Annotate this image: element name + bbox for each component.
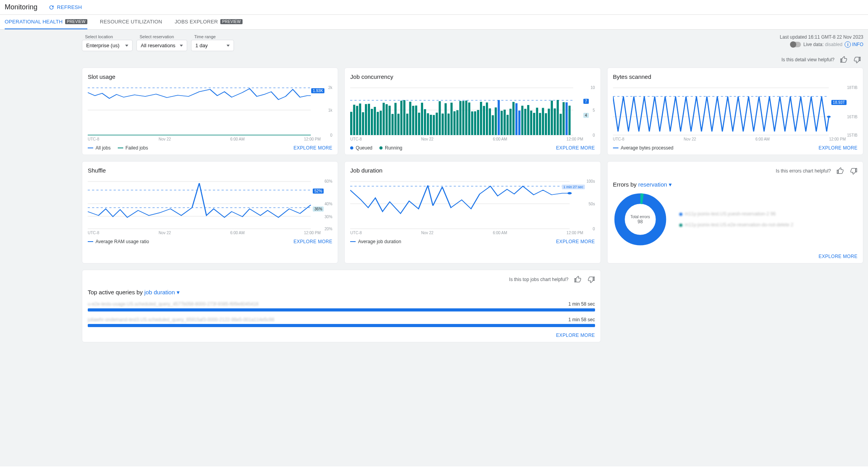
thumbs-down-icon[interactable] xyxy=(850,167,857,175)
live-data-toggle[interactable] xyxy=(791,42,801,47)
svg-rect-37 xyxy=(436,113,438,135)
thumbs-down-icon[interactable] xyxy=(853,56,861,64)
legend-avg-bytes: Average bytes processed xyxy=(613,145,673,151)
svg-rect-41 xyxy=(448,114,450,135)
tab-bar: OPERATIONAL HEALTH PREVIEW RESOURCE UTIL… xyxy=(0,15,868,30)
svg-rect-10 xyxy=(356,106,358,135)
svg-rect-23 xyxy=(395,103,397,135)
svg-point-98 xyxy=(568,192,572,194)
job-concurrency-chart: 10 5 0 7 4 xyxy=(350,85,595,135)
live-data-label: Live data: disabled xyxy=(803,42,842,47)
svg-rect-78 xyxy=(557,100,559,135)
svg-rect-55 xyxy=(489,109,491,135)
thumbs-up-icon[interactable] xyxy=(574,276,582,283)
svg-rect-39 xyxy=(442,114,444,135)
svg-rect-50 xyxy=(474,111,477,135)
explore-more-link[interactable]: EXPLORE MORE xyxy=(818,145,857,151)
content-area: Select location Enterprise (us) Select r… xyxy=(0,30,868,466)
refresh-button[interactable]: REFRESH xyxy=(48,4,82,11)
svg-rect-17 xyxy=(377,112,379,135)
top-queries-dropdown[interactable]: job duration ▾ xyxy=(144,289,180,295)
svg-rect-46 xyxy=(462,101,465,135)
tab-resource-utilization[interactable]: RESOURCE UTILIZATION xyxy=(100,15,162,29)
query-name: u-e2e-tests-usage.US.scheduled_query_457… xyxy=(88,301,259,307)
x-axis: UTC-8Nov 226:00 AM12:00 PM xyxy=(88,137,332,141)
thumbs-down-icon[interactable] xyxy=(587,276,595,283)
x-axis: UTC-8Nov 226:00 AM12:00 PM xyxy=(350,137,595,141)
tab-operational-health[interactable]: OPERATIONAL HEALTH PREVIEW xyxy=(5,15,87,29)
svg-rect-38 xyxy=(439,101,441,135)
value-badge: 1.93K xyxy=(311,88,324,93)
svg-rect-61 xyxy=(507,115,509,135)
filter-selects: Select location Enterprise (us) Select r… xyxy=(82,34,234,51)
query-duration: 1 min 58 sec xyxy=(569,301,595,307)
svg-rect-79 xyxy=(560,114,562,135)
value-badge: 18.93T xyxy=(831,100,847,105)
page-header: Monitoring REFRESH xyxy=(0,0,868,15)
legend-avg-duration: Average job duration xyxy=(350,239,401,244)
time-range-select[interactable]: 1 day xyxy=(191,40,234,51)
svg-rect-65 xyxy=(519,110,521,135)
svg-rect-20 xyxy=(386,104,388,135)
explore-more-link[interactable]: EXPLORE MORE xyxy=(556,239,595,244)
svg-rect-34 xyxy=(427,113,429,135)
errors-by-dropdown[interactable]: reservation ▾ xyxy=(638,181,672,188)
svg-rect-59 xyxy=(501,111,503,135)
query-name: juliawhr-ondemand-test3.US.scheduled_que… xyxy=(88,317,274,322)
card-title: Shuffle xyxy=(88,167,332,174)
slot-usage-card: Slot usage 2k 1k 0 1.93K UTC-8Nov 226:00… xyxy=(82,68,338,155)
errors-title: Errors by reservation ▾ xyxy=(613,181,857,188)
explore-more-link[interactable]: EXPLORE MORE xyxy=(294,145,333,151)
svg-rect-32 xyxy=(421,103,423,135)
value-badge: 36% xyxy=(313,206,324,212)
query-row[interactable]: u-e2e-tests-usage.US.scheduled_query_457… xyxy=(88,301,595,311)
svg-rect-70 xyxy=(533,113,535,135)
explore-more-link[interactable]: EXPLORE MORE xyxy=(294,239,333,244)
svg-rect-35 xyxy=(430,115,432,135)
svg-rect-64 xyxy=(515,103,518,135)
svg-rect-14 xyxy=(368,104,370,135)
errors-legend: m11y-jxonix-test.US.yuesh-reservation-2 … xyxy=(679,211,794,228)
thumbs-up-icon[interactable] xyxy=(836,167,844,175)
svg-rect-33 xyxy=(424,109,426,135)
explore-more-link[interactable]: EXPLORE MORE xyxy=(556,333,595,338)
svg-rect-47 xyxy=(465,101,468,135)
query-duration: 1 min 58 sec xyxy=(569,317,595,322)
svg-rect-27 xyxy=(406,114,409,135)
errors-card: Is this errors chart helpful? Errors by … xyxy=(607,161,863,263)
thumbs-up-icon[interactable] xyxy=(840,56,848,64)
value-badge: 52% xyxy=(313,189,324,194)
query-row[interactable]: juliawhr-ondemand-test3.US.scheduled_que… xyxy=(88,317,595,327)
value-badge: 4 xyxy=(583,113,589,118)
explore-more-link[interactable]: EXPLORE MORE xyxy=(818,254,857,259)
refresh-icon xyxy=(48,4,55,11)
svg-rect-13 xyxy=(365,104,367,135)
svg-rect-74 xyxy=(545,113,547,135)
reservation-select[interactable]: All reservations xyxy=(136,40,187,51)
value-badge: 1 min 27 sec xyxy=(562,185,585,189)
svg-rect-12 xyxy=(362,112,365,135)
x-axis: UTC-8Nov 226:00 AM12:00 PM xyxy=(88,231,332,235)
svg-rect-48 xyxy=(468,103,471,135)
svg-rect-75 xyxy=(548,109,550,135)
detail-feedback: Is this detail view helpful? xyxy=(82,56,863,64)
chart-grid: Slot usage 2k 1k 0 1.93K UTC-8Nov 226:00… xyxy=(82,68,863,342)
tab-jobs-explorer[interactable]: JOBS EXPLORER PREVIEW xyxy=(175,15,243,29)
svg-rect-8 xyxy=(350,112,353,135)
bytes-scanned-card: Bytes scanned 18TIB 16TIB 15TIB 18.93T U… xyxy=(607,68,863,155)
svg-rect-43 xyxy=(453,111,456,135)
location-select[interactable]: Enterprise (us) xyxy=(82,40,133,51)
shuffle-chart: 60% 40% 30% 20% 52% 36% xyxy=(88,178,332,229)
x-axis: UTC-8Nov 226:00 AM12:00 PM xyxy=(350,231,595,235)
explore-more-link[interactable]: EXPLORE MORE xyxy=(556,145,595,151)
svg-rect-29 xyxy=(412,106,415,135)
svg-rect-30 xyxy=(415,105,418,135)
legend-all-jobs: All jobs xyxy=(88,145,111,151)
info-button[interactable]: i INFO xyxy=(845,41,863,48)
last-updated: Last updated 16:11 GMT-8 22 Nov 2023 xyxy=(780,34,863,40)
feedback-prompt: Is this detail view helpful? xyxy=(781,57,834,62)
info-icon: i xyxy=(845,41,851,48)
legend-queued: Queued xyxy=(350,145,372,151)
svg-rect-36 xyxy=(433,115,435,135)
svg-rect-9 xyxy=(353,105,356,135)
